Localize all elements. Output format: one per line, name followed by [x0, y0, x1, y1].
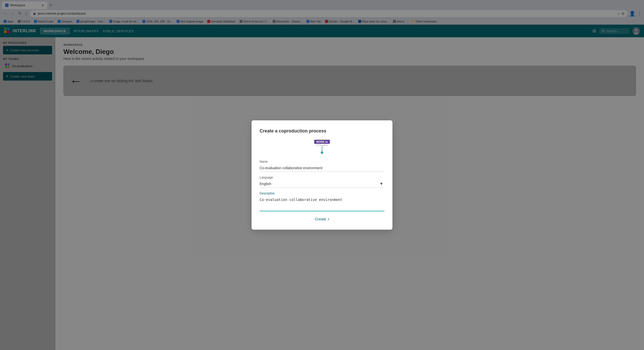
- modal-title: Create a coproduction process: [260, 128, 384, 134]
- description-field: Description Co-evaluation collaborative …: [260, 192, 384, 212]
- create-button[interactable]: Create ›: [315, 216, 329, 222]
- name-input[interactable]: [260, 164, 384, 172]
- logo-pin: [322, 146, 322, 151]
- modal-footer: Create ›: [260, 216, 384, 222]
- logo-badge: MORE la: [314, 140, 330, 144]
- logo-sub-text: ICT for good: [316, 144, 328, 146]
- create-label: Create: [315, 217, 326, 221]
- modal-overlay: Create a coproduction process MORE la IC…: [0, 0, 644, 350]
- logo-badge-text: MORE la: [316, 140, 328, 143]
- description-label: Description: [260, 192, 384, 195]
- language-select-wrapper: English Spanish French German ▼: [260, 180, 384, 188]
- modal-logo-inner: MORE la ICT for good: [314, 140, 330, 154]
- name-label: Name: [260, 160, 384, 163]
- create-arrow-icon: ›: [328, 216, 329, 222]
- logo-dot: [321, 151, 323, 154]
- language-select[interactable]: English Spanish French German: [260, 180, 384, 187]
- create-coproduction-modal: Create a coproduction process MORE la IC…: [252, 120, 392, 230]
- description-input[interactable]: Co-evaluation collaborative environment: [260, 196, 384, 211]
- modal-logo: MORE la ICT for good: [260, 140, 384, 154]
- name-field: Name: [260, 160, 384, 172]
- language-label: Language: [260, 176, 384, 179]
- language-field: Language English Spanish French German ▼: [260, 176, 384, 188]
